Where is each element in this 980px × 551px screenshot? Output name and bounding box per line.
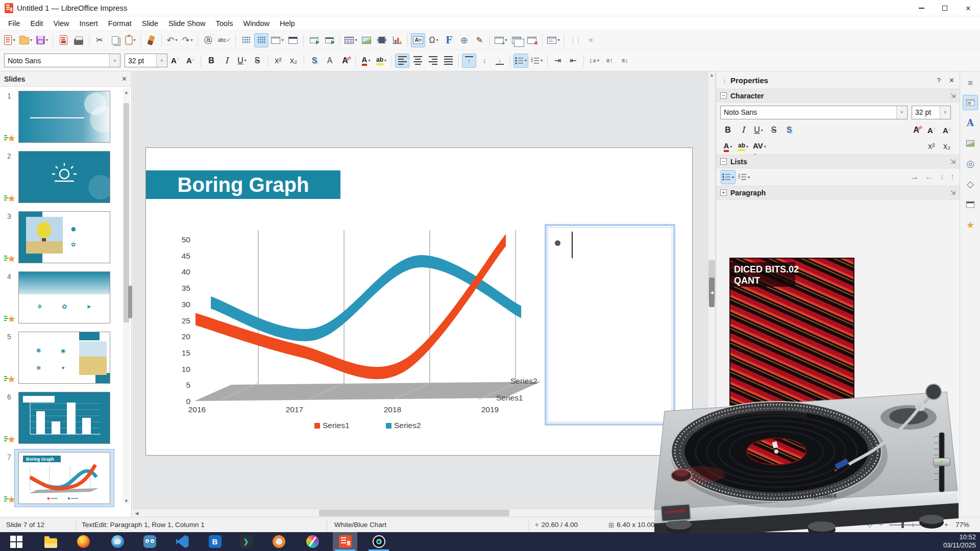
start-from-first-slide-button[interactable] [307,33,321,47]
dialog-launcher-icon[interactable]: ⇲ [950,189,955,196]
taskbar-godot[interactable] [137,532,162,551]
slide-thumbnail-2[interactable] [18,151,110,203]
increase-font-size-button[interactable]: A↑ [924,123,939,137]
subscript-button[interactable]: x₂ [940,139,954,154]
open-button[interactable]: ▾ [18,33,34,47]
close-icon[interactable]: ✕ [949,77,954,84]
promote-button[interactable]: ← [925,172,934,182]
tab-shapes[interactable]: ◇ [963,177,978,192]
tab-animation[interactable]: ★ [963,217,978,233]
subscript-button[interactable]: x₂ [286,54,301,68]
copy-button[interactable] [108,33,122,47]
taskbar-krita[interactable] [300,532,325,551]
bullet-list-button[interactable]: ▾ [513,54,528,68]
slide-transition-icon[interactable] [4,374,17,384]
tab-properties[interactable] [963,95,978,110]
menu-insert[interactable]: Insert [75,18,103,29]
collapse-icon[interactable]: − [720,158,727,165]
menu-file[interactable]: File [3,18,25,29]
slide-thumbnail-4[interactable]: ❄✿➤ [18,271,110,323]
zoom-slider[interactable] [889,524,938,525]
zoom-slider-thumb[interactable] [901,522,904,528]
font-name-combo[interactable]: Noto Sans ˅ [4,54,120,67]
zoom-percent[interactable]: 77% [955,517,969,532]
slide-transition-icon[interactable] [4,314,17,323]
slide-transition-icon[interactable] [4,134,17,143]
shadow-button[interactable]: S [782,123,796,137]
numbered-list-button[interactable]: 12▾ [529,54,544,68]
horizontal-scrollbar[interactable]: ◀ ▶ [132,509,707,517]
minimize-button[interactable] [910,0,933,16]
sidebar-font-size-combo[interactable]: 32 pt ˅ [912,106,951,119]
taskbar-explorer[interactable] [38,532,63,551]
font-size-combo[interactable]: 32 pt ˅ [125,54,167,67]
superscript-button[interactable]: x² [924,139,939,154]
slide-thumbnail-1[interactable] [18,91,110,143]
taskbar-firefox[interactable] [71,532,95,551]
move-down-button[interactable]: ↓ [940,172,944,182]
bullet-list-button[interactable]: ▾ [721,170,736,184]
display-views-button[interactable]: ▾ [270,33,285,47]
template-status[interactable]: White/Blue Chart [334,517,386,532]
panel-grip-icon[interactable]: ⋮ [721,77,727,84]
paragraph-section-header[interactable]: + Paragraph ⇲ [716,186,960,199]
scrollbar-thumb[interactable] [319,510,509,516]
font-color-button[interactable]: A▾ [359,54,373,68]
taskbar-vscode[interactable] [170,532,194,551]
menu-help[interactable]: Help [275,18,300,29]
taskbar-blender[interactable] [266,532,291,551]
tab-master-slides[interactable] [963,197,978,212]
new-button[interactable]: ▾ [3,33,17,47]
tab-navigator[interactable]: ◎ [963,156,978,171]
selected-text-box[interactable] [545,224,675,425]
taskbar-audio-player[interactable] [366,532,391,551]
insert-hyperlink-button[interactable]: ⊕ [457,33,471,47]
justify-button[interactable] [441,54,455,68]
font-color-button[interactable]: A▾ [721,139,735,154]
align-right-button[interactable] [426,54,440,68]
slide-number-status[interactable]: Slide 7 of 12 [6,517,44,532]
underline-button[interactable]: U▾ [751,123,766,137]
insert-table-button[interactable]: ▾ [343,33,358,47]
menu-tools[interactable]: Tools [211,18,238,29]
increase-indent-button[interactable]: ⇥ [551,54,565,68]
slide-thumbnail-3[interactable]: ⬟✿ [18,211,110,263]
decrease-font-size-button[interactable]: A↓ [183,54,198,68]
delete-slide-button[interactable] [525,33,539,47]
zoom-control[interactable]: − + [879,517,948,532]
tab-gallery[interactable] [963,136,978,151]
highlight-color-button[interactable]: ab▾ [736,139,750,154]
panel-splitter-handle[interactable] [128,286,132,318]
show-draw-functions-button[interactable]: ✎ [472,33,486,47]
underline-button[interactable]: U▾ [235,54,249,68]
tab-styles[interactable]: A [963,115,978,131]
slide-transition-icon[interactable] [4,495,17,504]
menu-slide[interactable]: Slide [137,18,163,29]
maximize-button[interactable] [933,0,957,16]
chevron-down-icon[interactable]: ˅ [156,54,167,67]
menu-window[interactable]: Window [238,18,275,29]
scroll-right-icon[interactable]: ▶ [699,510,706,517]
customize-toolbar-button[interactable]: ≡ [583,33,597,47]
undo-button[interactable]: ↶▾ [165,33,179,47]
zoom-out-icon[interactable]: − [879,521,883,529]
clear-formatting-button[interactable]: A [909,123,923,137]
slide-transition-icon[interactable] [4,435,17,444]
bold-button[interactable]: B [721,123,735,137]
strikethrough-button[interactable]: S [767,123,781,137]
insert-media-button[interactable] [375,33,389,47]
redo-button[interactable]: ↷▾ [180,33,194,47]
zoom-in-icon[interactable]: + [944,521,948,529]
chevron-down-icon[interactable]: ˅ [896,106,907,119]
master-slide-button[interactable] [286,33,300,47]
insert-special-character-button[interactable]: Ω▾ [426,33,440,47]
scroll-up-icon[interactable]: ▲ [123,89,130,96]
scroll-down-icon[interactable]: ▼ [123,497,130,505]
duplicate-slide-button[interactable] [509,33,524,47]
menu-edit[interactable]: Edit [25,18,48,29]
insert-image-button[interactable] [359,33,374,47]
italic-button[interactable]: I [736,123,750,137]
scroll-down-icon[interactable]: ▼ [708,491,715,498]
dialog-launcher-icon[interactable]: ⇲ [950,158,955,165]
chevron-down-icon[interactable]: ˅ [940,106,950,119]
